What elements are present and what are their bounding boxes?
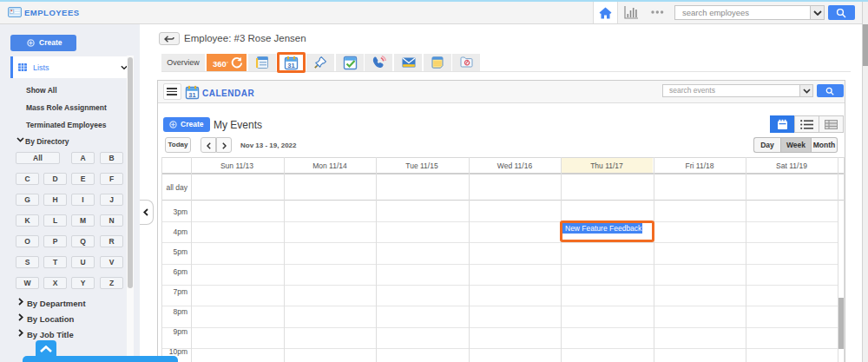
svg-text:31: 31	[188, 91, 195, 99]
svg-text:31: 31	[287, 62, 294, 69]
